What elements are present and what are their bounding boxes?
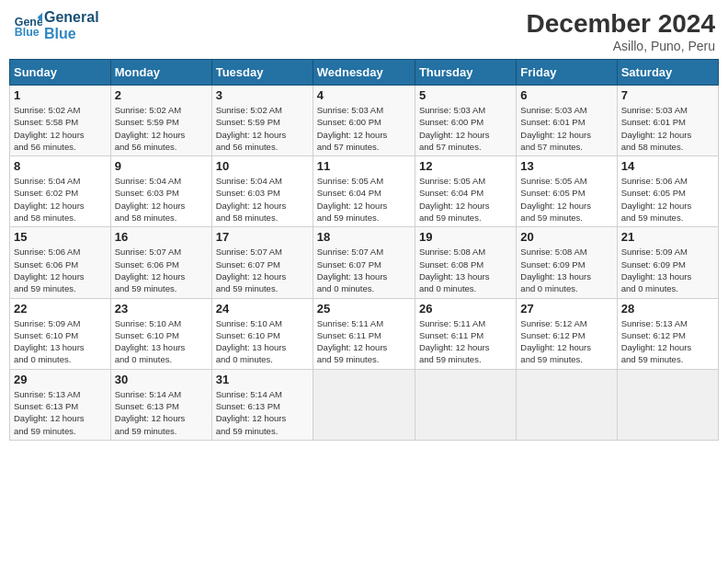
day-number: 12	[419, 159, 512, 173]
logo-blue: Blue	[44, 26, 99, 42]
calendar-cell: 22Sunrise: 5:09 AMSunset: 6:10 PMDayligh…	[10, 298, 111, 369]
calendar-cell: 4Sunrise: 5:03 AMSunset: 6:00 PMDaylight…	[313, 86, 415, 156]
day-info: Sunrise: 5:03 AMSunset: 6:01 PMDaylight:…	[621, 104, 714, 153]
day-info: Sunrise: 5:03 AMSunset: 6:00 PMDaylight:…	[419, 104, 512, 153]
calendar-cell: 5Sunrise: 5:03 AMSunset: 6:00 PMDaylight…	[415, 86, 516, 156]
calendar-cell: 23Sunrise: 5:10 AMSunset: 6:10 PMDayligh…	[110, 298, 211, 369]
calendar-cell: 2Sunrise: 5:02 AMSunset: 5:59 PMDaylight…	[110, 86, 211, 156]
calendar-cell	[415, 369, 516, 440]
day-info: Sunrise: 5:10 AMSunset: 6:10 PMDaylight:…	[216, 317, 309, 366]
day-info: Sunrise: 5:12 AMSunset: 6:12 PMDaylight:…	[520, 317, 612, 366]
day-number: 19	[419, 230, 512, 244]
calendar-table: SundayMondayTuesdayWednesdayThursdayFrid…	[9, 59, 719, 441]
calendar-cell: 3Sunrise: 5:02 AMSunset: 5:59 PMDaylight…	[211, 86, 313, 156]
day-number: 31	[216, 373, 309, 386]
day-number: 20	[520, 230, 612, 244]
day-info: Sunrise: 5:06 AMSunset: 6:06 PMDaylight:…	[14, 246, 107, 294]
day-number: 10	[216, 159, 309, 173]
calendar-week-row: 1Sunrise: 5:02 AMSunset: 5:58 PMDaylight…	[10, 86, 719, 156]
day-number: 27	[520, 302, 612, 316]
day-number: 16	[115, 230, 208, 244]
calendar-cell: 10Sunrise: 5:04 AMSunset: 6:03 PMDayligh…	[211, 156, 313, 227]
weekday-header-thursday: Thursday	[415, 60, 516, 86]
day-info: Sunrise: 5:06 AMSunset: 6:05 PMDaylight:…	[621, 175, 714, 224]
calendar-cell: 20Sunrise: 5:08 AMSunset: 6:09 PMDayligh…	[517, 227, 617, 298]
calendar-cell: 1Sunrise: 5:02 AMSunset: 5:58 PMDaylight…	[10, 86, 111, 156]
day-info: Sunrise: 5:02 AMSunset: 5:59 PMDaylight:…	[216, 104, 309, 153]
day-number: 22	[14, 302, 107, 316]
day-number: 15	[14, 230, 107, 244]
weekday-header-sunday: Sunday	[10, 60, 111, 86]
day-number: 3	[216, 88, 309, 102]
day-info: Sunrise: 5:09 AMSunset: 6:10 PMDaylight:…	[14, 317, 107, 366]
day-number: 21	[621, 230, 714, 244]
calendar-week-row: 15Sunrise: 5:06 AMSunset: 6:06 PMDayligh…	[10, 227, 719, 298]
day-info: Sunrise: 5:04 AMSunset: 6:03 PMDaylight:…	[216, 175, 309, 224]
day-info: Sunrise: 5:13 AMSunset: 6:12 PMDaylight:…	[621, 317, 714, 366]
day-number: 29	[14, 373, 107, 386]
calendar-cell: 16Sunrise: 5:07 AMSunset: 6:06 PMDayligh…	[110, 227, 211, 298]
day-info: Sunrise: 5:07 AMSunset: 6:07 PMDaylight:…	[216, 246, 309, 294]
calendar-cell: 29Sunrise: 5:13 AMSunset: 6:13 PMDayligh…	[10, 369, 111, 440]
calendar-cell: 6Sunrise: 5:03 AMSunset: 6:01 PMDaylight…	[517, 86, 617, 156]
day-number: 4	[317, 88, 411, 102]
logo: General Blue General Blue	[13, 9, 99, 41]
calendar-cell: 26Sunrise: 5:11 AMSunset: 6:11 PMDayligh…	[415, 298, 516, 369]
calendar-cell	[517, 369, 617, 440]
day-number: 23	[115, 302, 208, 316]
day-info: Sunrise: 5:04 AMSunset: 6:02 PMDaylight:…	[14, 175, 107, 224]
day-info: Sunrise: 5:04 AMSunset: 6:03 PMDaylight:…	[115, 175, 208, 224]
svg-text:Blue: Blue	[15, 25, 40, 38]
logo-general: General	[44, 9, 99, 26]
calendar-cell: 24Sunrise: 5:10 AMSunset: 6:10 PMDayligh…	[211, 298, 313, 369]
weekday-header-friday: Friday	[517, 60, 617, 86]
calendar-cell: 15Sunrise: 5:06 AMSunset: 6:06 PMDayligh…	[10, 227, 111, 298]
day-number: 9	[115, 159, 208, 173]
day-number: 14	[621, 159, 714, 173]
day-info: Sunrise: 5:05 AMSunset: 6:04 PMDaylight:…	[419, 175, 512, 224]
title-area: December 2024 Asillo, Puno, Peru	[527, 9, 715, 53]
page-header: General Blue General Blue December 2024 …	[9, 9, 719, 53]
day-info: Sunrise: 5:03 AMSunset: 6:00 PMDaylight:…	[317, 104, 411, 153]
day-info: Sunrise: 5:13 AMSunset: 6:13 PMDaylight:…	[14, 388, 107, 437]
calendar-cell: 18Sunrise: 5:07 AMSunset: 6:07 PMDayligh…	[313, 227, 415, 298]
day-info: Sunrise: 5:10 AMSunset: 6:10 PMDaylight:…	[115, 317, 208, 366]
day-info: Sunrise: 5:07 AMSunset: 6:06 PMDaylight:…	[115, 246, 208, 294]
calendar-cell: 31Sunrise: 5:14 AMSunset: 6:13 PMDayligh…	[211, 369, 313, 440]
day-number: 13	[520, 159, 612, 173]
day-info: Sunrise: 5:11 AMSunset: 6:11 PMDaylight:…	[317, 317, 411, 366]
month-year-title: December 2024	[527, 9, 715, 39]
calendar-cell: 12Sunrise: 5:05 AMSunset: 6:04 PMDayligh…	[415, 156, 516, 227]
day-info: Sunrise: 5:09 AMSunset: 6:09 PMDaylight:…	[621, 246, 714, 294]
calendar-cell: 14Sunrise: 5:06 AMSunset: 6:05 PMDayligh…	[617, 156, 718, 227]
day-number: 1	[14, 88, 107, 102]
day-info: Sunrise: 5:14 AMSunset: 6:13 PMDaylight:…	[115, 388, 208, 437]
calendar-cell: 19Sunrise: 5:08 AMSunset: 6:08 PMDayligh…	[415, 227, 516, 298]
day-number: 2	[115, 88, 208, 102]
day-number: 28	[621, 302, 714, 316]
calendar-week-row: 29Sunrise: 5:13 AMSunset: 6:13 PMDayligh…	[10, 369, 719, 440]
day-info: Sunrise: 5:14 AMSunset: 6:13 PMDaylight:…	[216, 388, 309, 437]
day-number: 26	[419, 302, 512, 316]
calendar-week-row: 8Sunrise: 5:04 AMSunset: 6:02 PMDaylight…	[10, 156, 719, 227]
calendar-cell	[617, 369, 718, 440]
calendar-cell: 13Sunrise: 5:05 AMSunset: 6:05 PMDayligh…	[517, 156, 617, 227]
calendar-cell: 11Sunrise: 5:05 AMSunset: 6:04 PMDayligh…	[313, 156, 415, 227]
calendar-cell: 27Sunrise: 5:12 AMSunset: 6:12 PMDayligh…	[517, 298, 617, 369]
day-info: Sunrise: 5:08 AMSunset: 6:08 PMDaylight:…	[419, 246, 512, 294]
day-info: Sunrise: 5:08 AMSunset: 6:09 PMDaylight:…	[520, 246, 612, 294]
calendar-cell: 28Sunrise: 5:13 AMSunset: 6:12 PMDayligh…	[617, 298, 718, 369]
calendar-cell: 25Sunrise: 5:11 AMSunset: 6:11 PMDayligh…	[313, 298, 415, 369]
day-info: Sunrise: 5:05 AMSunset: 6:05 PMDaylight:…	[520, 175, 612, 224]
calendar-cell: 9Sunrise: 5:04 AMSunset: 6:03 PMDaylight…	[110, 156, 211, 227]
location-subtitle: Asillo, Puno, Peru	[527, 39, 715, 53]
day-number: 25	[317, 302, 411, 316]
day-number: 24	[216, 302, 309, 316]
weekday-header-saturday: Saturday	[617, 60, 718, 86]
day-info: Sunrise: 5:05 AMSunset: 6:04 PMDaylight:…	[317, 175, 411, 224]
day-number: 30	[115, 373, 208, 386]
day-number: 17	[216, 230, 309, 244]
calendar-cell: 30Sunrise: 5:14 AMSunset: 6:13 PMDayligh…	[110, 369, 211, 440]
logo-icon: General Blue	[13, 11, 42, 40]
day-info: Sunrise: 5:11 AMSunset: 6:11 PMDaylight:…	[419, 317, 512, 366]
